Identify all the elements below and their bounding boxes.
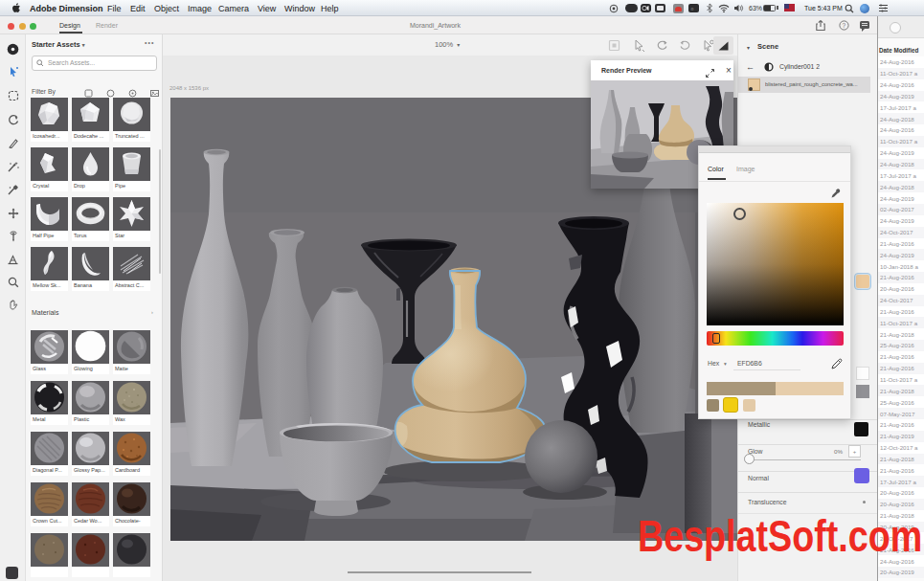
svg-text:?: ? [843,22,846,29]
